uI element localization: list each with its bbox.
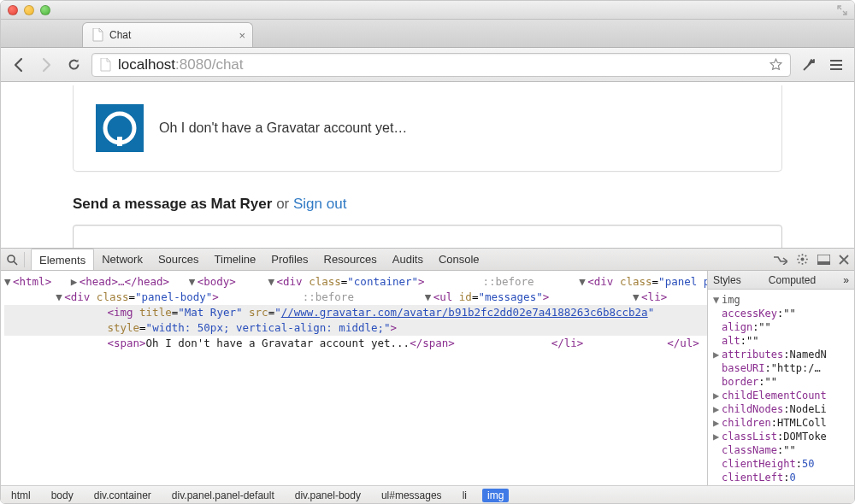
devtools-tab-audits[interactable]: Audits [385,249,431,270]
prop-row[interactable]: ▶childNodes: NodeLi [713,402,849,416]
tab-title: Chat [109,29,131,41]
zoom-window-button[interactable] [40,5,50,15]
compose-prompt: Send a message as Mat Ryer or Sign out [73,196,782,213]
prop-row[interactable]: border: "" [713,375,849,389]
styles-tab[interactable]: Styles [713,274,741,286]
devtools-drawer-icon[interactable] [774,254,787,265]
svg-point-3 [801,258,805,261]
prop-row[interactable]: ▶children: HTMLColl [713,416,849,430]
address-bar-url: localhost:8080/chat [118,56,244,73]
minimize-window-button[interactable] [24,5,34,15]
fullscreen-icon[interactable] [837,5,847,15]
prop-row[interactable]: align: "" [713,320,849,334]
back-button[interactable] [9,56,28,74]
computed-tab[interactable]: Computed [769,274,816,286]
devtools-panel: Elements Network Sources Timeline Profil… [1,248,854,504]
prop-row[interactable]: className: "" [713,443,849,457]
close-window-button[interactable] [8,5,18,15]
svg-rect-5 [817,261,830,265]
breadcrumb-item[interactable]: li [457,489,472,502]
devtools-tab-resources[interactable]: Resources [316,249,385,270]
devtools-dock-icon[interactable] [817,255,830,265]
devtools-sidebar: Styles Computed » ▼img accessKey: "" ali… [707,271,854,485]
devtools-tabbar: Elements Network Sources Timeline Profil… [1,249,854,271]
devtools-tab-sources[interactable]: Sources [150,249,207,270]
devtools-breadcrumb: htmlbodydiv.containerdiv.panel.panel-def… [1,485,854,504]
sign-out-link[interactable]: Sign out [293,196,346,212]
traffic-lights [8,5,50,15]
svg-point-2 [8,255,15,262]
prop-row[interactable]: baseURI: "http:/… [713,361,849,375]
prop-row[interactable]: clientLeft: 0 [713,471,849,484]
message-input[interactable] [73,225,782,248]
breadcrumb-item[interactable]: html [6,489,36,502]
breadcrumb-item[interactable]: body [46,489,79,502]
bookmark-star-icon[interactable] [769,57,783,72]
devtools-dom-tree[interactable]: ▼<html> ▶<head>…</head> ▼<body> ▼<div cl… [1,271,707,485]
devtools-sidebar-tabs: Styles Computed » [708,271,854,290]
page-icon [91,28,103,42]
svg-rect-1 [117,137,122,146]
devtools-search-icon[interactable] [6,254,18,266]
devtools-tab-console[interactable]: Console [431,249,487,270]
breadcrumb-item[interactable]: div.container [89,489,156,502]
breadcrumb-item[interactable]: div.panel-body [290,489,366,502]
more-tabs-icon[interactable]: » [843,274,849,286]
prop-row[interactable]: alt: "" [713,334,849,348]
chat-message-panel: Oh I don't have a Gravatar account yet… [73,85,782,172]
devtools-tab-profiles[interactable]: Profiles [263,249,315,270]
browser-tab[interactable]: Chat × [82,22,253,47]
forward-button[interactable] [37,56,56,74]
prop-row[interactable]: ▶childElementCount [713,389,849,402]
prop-row[interactable]: accessKey: "" [713,307,849,320]
page-viewport: Oh I don't have a Gravatar account yet… … [1,82,854,248]
address-bar[interactable]: localhost:8080/chat [91,53,791,77]
breadcrumb-item[interactable]: div.panel.panel-default [167,489,280,502]
avatar [96,104,144,152]
menu-icon[interactable] [827,56,846,74]
browser-tabstrip: Chat × [1,20,854,48]
page-icon [99,58,111,72]
prop-row[interactable]: ▶attributes: NamedN [713,348,849,361]
compose-prompt-label: Send a message as Mat Ryer [73,196,272,212]
browser-toolbar: localhost:8080/chat [1,48,854,82]
devtools-tab-elements[interactable]: Elements [31,249,94,270]
devtools-tab-timeline[interactable]: Timeline [207,249,264,270]
prop-row[interactable]: clientHeight: 50 [713,457,849,471]
chat-message-text: Oh I don't have a Gravatar account yet… [159,120,407,136]
devtools-properties[interactable]: ▼img accessKey: "" align: "" alt: ""▶att… [708,290,854,485]
devtools-close-icon[interactable] [839,255,849,265]
devtools-tab-network[interactable]: Network [94,249,150,270]
devtools-settings-icon[interactable] [796,253,809,266]
tab-close-icon[interactable]: × [239,29,245,42]
compose-prompt-or: or [272,196,293,212]
prop-row[interactable]: ▶classList: DOMToke [713,430,849,443]
breadcrumb-item[interactable]: img [482,489,509,502]
reload-button[interactable] [64,56,83,74]
extension-icon[interactable] [799,56,818,74]
window-titlebar [1,1,854,20]
breadcrumb-item[interactable]: ul#messages [376,489,447,502]
